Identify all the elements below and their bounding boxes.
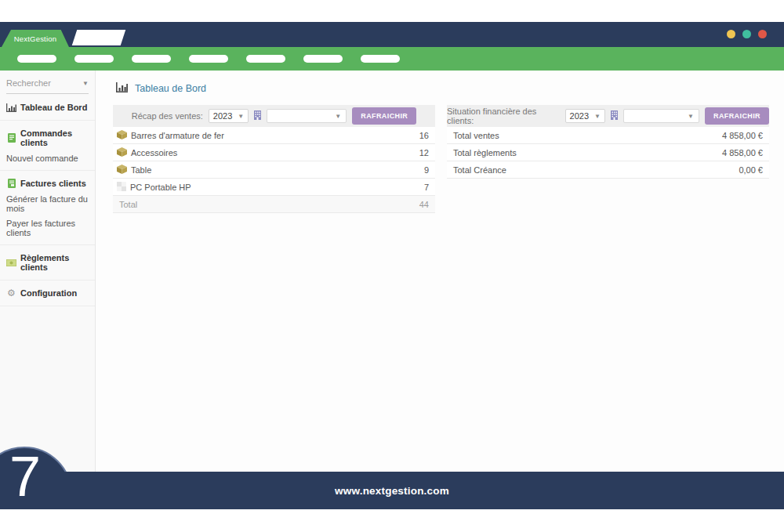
gear-icon: ⚙ [6, 289, 16, 297]
year-value: 2023 [570, 111, 589, 121]
divider [0, 306, 95, 306]
panel-header: Récap des ventes: 2023 ▼ ▼ RAFRAICHIR [113, 105, 435, 127]
maximize-button[interactable] [742, 30, 751, 38]
row-label: Total Créance [453, 165, 506, 175]
row-value: 7 [424, 183, 429, 192]
main-area: Rechercher ▼ Tableau de Bord Commandes c… [0, 71, 784, 472]
app-tab-label: NextGestion [14, 34, 56, 43]
sidebar-item-label: Générer la facture du mois [6, 194, 89, 213]
sidebar: Rechercher ▼ Tableau de Bord Commandes c… [0, 71, 96, 472]
toolbar-button-pill[interactable] [246, 55, 285, 63]
sidebar-item-nouvel-commande[interactable]: Nouvel commande [0, 151, 95, 166]
table-row: Accessoires 12 [113, 144, 435, 161]
footer-url: www.nextgestion.com [335, 485, 449, 497]
row-label: Table [131, 165, 151, 175]
dashboard-panels: Récap des ventes: 2023 ▼ ▼ RAFRAICHIR [113, 105, 784, 213]
refresh-button[interactable]: RAFRAICHIR [705, 107, 769, 125]
divider [0, 280, 95, 280]
document-icon [6, 179, 16, 188]
row-label: PC Portable HP [130, 183, 191, 192]
row-value: 12 [419, 148, 429, 157]
page-title: Tableau de Bord [135, 83, 206, 94]
image-placeholder-icon [117, 182, 126, 193]
content-area: Tableau de Bord Récap des ventes: 2023 ▼… [96, 71, 784, 472]
toolbar-button-pill[interactable] [74, 55, 114, 63]
filter-select[interactable]: ▼ [267, 109, 347, 123]
row-value: 0,00 € [739, 165, 763, 175]
sidebar-item-commandes-clients[interactable]: Commandes clients [0, 125, 95, 151]
refresh-button[interactable]: RAFRAICHIR [352, 107, 416, 125]
table-row: Total Créance 0,00 € [447, 161, 769, 179]
page-number: 7 [0, 448, 50, 505]
close-button[interactable] [758, 30, 767, 38]
footer-bar: www.nextgestion.com [0, 472, 784, 509]
search-placeholder: Rechercher [6, 78, 51, 88]
minimize-button[interactable] [727, 30, 735, 38]
panel-title: Récap des ventes: [132, 111, 203, 121]
divider [0, 170, 95, 171]
sidebar-item-factures-clients[interactable]: Factures clients [0, 175, 95, 192]
chevron-down-icon: ▼ [238, 113, 244, 120]
app-tab[interactable]: NextGestion [2, 30, 69, 47]
row-value: 16 [419, 131, 429, 140]
total-label: Total [119, 200, 137, 209]
bar-chart-icon [6, 103, 16, 112]
total-value: 44 [419, 200, 429, 209]
chevron-down-icon: ▼ [335, 113, 341, 120]
building-icon [611, 110, 618, 121]
toolbar-button-pill[interactable] [303, 55, 343, 63]
blank-tab[interactable] [72, 30, 125, 45]
panel-header: Situation financière des clients: 2023 ▼… [447, 105, 769, 127]
search-select[interactable]: Rechercher ▼ [6, 78, 89, 94]
panel-recap-ventes: Récap des ventes: 2023 ▼ ▼ RAFRAICHIR [113, 105, 435, 213]
row-value: 4 858,00 € [722, 148, 763, 157]
toolbar-button-pill[interactable] [189, 55, 228, 63]
panel-title: Situation financière des clients: [447, 107, 560, 125]
table-row: Total ventes 4 858,00 € [447, 127, 769, 144]
table-total-row: Total 44 [113, 196, 435, 213]
toolbar-button-pill[interactable] [17, 55, 56, 63]
sidebar-nav: Tableau de Bord Commandes clients Nouvel… [0, 99, 95, 306]
table-row: Table 9 [113, 161, 435, 179]
chevron-down-icon: ▼ [82, 80, 89, 87]
package-icon [117, 130, 127, 141]
sidebar-item-label: Factures clients [20, 179, 86, 188]
main-toolbar [0, 47, 784, 71]
sidebar-item-reglements-clients[interactable]: Règlements clients [0, 249, 95, 276]
sidebar-item-payer-factures[interactable]: Payer les factures clients [0, 216, 95, 241]
row-label: Total règlements [453, 148, 517, 157]
table-row: Total règlements 4 858,00 € [447, 144, 769, 161]
row-value: 4 858,00 € [722, 131, 763, 140]
table-row: Barres d'armature de fer 16 [113, 127, 435, 144]
sidebar-item-tableau-de-bord[interactable]: Tableau de Bord [0, 99, 95, 116]
year-select[interactable]: 2023 ▼ [209, 109, 249, 123]
divider [0, 120, 95, 121]
sidebar-item-configuration[interactable]: ⚙ Configuration [0, 284, 95, 302]
chevron-down-icon: ▼ [594, 113, 601, 120]
page-header: Tableau de Bord [96, 71, 784, 95]
sidebar-item-generer-facture[interactable]: Générer la facture du mois [0, 192, 95, 216]
year-value: 2023 [213, 111, 232, 121]
bar-chart-icon [116, 82, 128, 95]
sidebar-item-label: Tableau de Bord [20, 103, 87, 112]
chevron-down-icon: ▼ [688, 113, 694, 120]
toolbar-button-pill[interactable] [132, 55, 171, 63]
row-label: Total ventes [453, 131, 499, 140]
toolbar-button-pill[interactable] [361, 55, 400, 63]
row-label: Barres d'armature de fer [131, 131, 224, 140]
window-titlebar: NextGestion [0, 22, 784, 47]
year-select[interactable]: 2023 ▼ [565, 109, 605, 123]
sidebar-item-label: Configuration [20, 288, 77, 298]
package-icon [117, 147, 127, 158]
sidebar-item-label: Règlements clients [20, 253, 89, 272]
row-value: 9 [424, 165, 429, 175]
filter-select[interactable]: ▼ [623, 109, 699, 123]
row-label: Accessoires [131, 148, 177, 157]
sidebar-item-label: Commandes clients [20, 128, 89, 147]
panel-situation-financiere: Situation financière des clients: 2023 ▼… [447, 105, 769, 213]
window-controls [727, 30, 767, 38]
money-icon [6, 259, 16, 266]
table-row: PC Portable HP 7 [113, 179, 435, 196]
sidebar-item-label: Payer les factures clients [6, 219, 89, 237]
document-icon [6, 133, 16, 143]
